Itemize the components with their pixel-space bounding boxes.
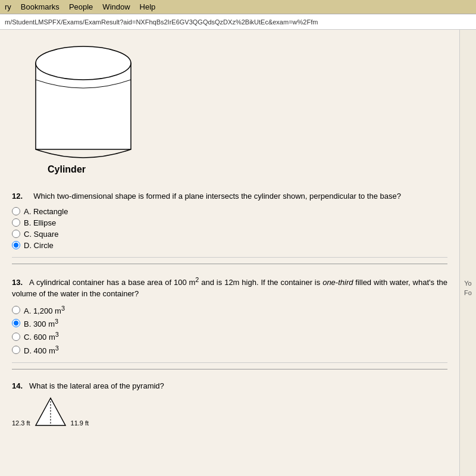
pyramid-image [33,397,68,427]
cylinder-image [24,39,143,164]
answer-13-a[interactable]: A. 1,200 m3 [12,305,447,315]
cylinder-label: Cylinder [48,164,86,175]
radio-13-d[interactable] [12,346,20,354]
label-12-a: A. Rectangle [24,207,68,216]
menu-item-people[interactable]: People [69,2,93,11]
label-12-d: D. Circle [24,241,54,250]
question-13-number: 13. [12,278,23,287]
label-13-c: C. 600 m3 [24,331,59,342]
answer-12-a[interactable]: A. Rectangle [12,207,447,216]
question-14-text: 14. What is the lateral area of the pyra… [12,380,447,392]
question-14-section: 14. What is the lateral area of the pyra… [12,375,447,431]
question-12-text: 12. Which two-dimensional shape is forme… [12,190,447,202]
side-panel-line1: Yo [464,280,471,287]
label-12-c: C. Square [24,230,59,239]
answer-12-b[interactable]: B. Ellipse [12,218,447,227]
cylinder-container: Cylinder [12,39,447,181]
url-text: m/StudentLMSPFX/Exams/ExamResult?aid=NXF… [5,18,318,26]
menu-item-bookmarks[interactable]: Bookmarks [21,2,60,11]
svg-point-1 [36,46,131,80]
radio-12-c[interactable] [12,230,20,238]
pyramid-label-right: 11.9 ft [71,419,89,427]
label-13-b: B. 300 m3 [24,318,58,328]
radio-12-b[interactable] [12,218,20,227]
pyramid-label-left: 12.3 ft [12,419,30,427]
answer-13-b[interactable]: B. 300 m3 [12,318,447,328]
pyramid-area: 12.3 ft 11.9 ft [12,397,447,427]
answer-13-c[interactable]: C. 600 m3 [12,331,447,342]
radio-12-a[interactable] [12,207,20,215]
question-12-body: Which two-dimensional shape is formed if… [33,192,401,201]
side-panel: Yo Fo [459,30,476,476]
question-14-number: 14. [12,381,23,390]
radio-13-c[interactable] [12,333,20,341]
menu-item-window[interactable]: Window [102,2,130,11]
side-panel-line2: Fo [464,289,472,296]
menu-item-help[interactable]: Help [140,2,156,11]
question-13-section: 13. A cylindrical container has a base a… [12,270,447,364]
radio-13-a[interactable] [12,306,20,314]
separator-1 [12,264,447,264]
question-14-body: What is the lateral area of the pyramid? [29,381,164,390]
label-12-b: B. Ellipse [24,218,56,227]
question-12-number: 12. [12,192,23,201]
question-12-section: 12. Which two-dimensional shape is forme… [12,186,447,258]
answer-12-d[interactable]: D. Circle [12,241,447,250]
label-13-a: A. 1,200 m3 [24,305,65,315]
main-content: Cylinder 12. Which two-dimensional shape… [0,30,459,476]
answer-12-c[interactable]: C. Square [12,230,447,239]
answer-13-d[interactable]: D. 400 m3 [12,345,447,355]
radio-12-d[interactable] [12,241,20,249]
content-area: Cylinder 12. Which two-dimensional shape… [0,30,476,476]
menu-bar: ry Bookmarks People Window Help [0,0,476,14]
question-13-body: A cylindrical container has a base area … [12,278,447,299]
radio-13-b[interactable] [12,319,20,327]
question-13-text: 13. A cylindrical container has a base a… [12,275,447,300]
url-bar: m/StudentLMSPFX/Exams/ExamResult?aid=NXF… [0,14,476,30]
label-13-d: D. 400 m3 [24,345,59,355]
separator-2 [12,369,447,369]
menu-item-ry[interactable]: ry [5,2,11,11]
